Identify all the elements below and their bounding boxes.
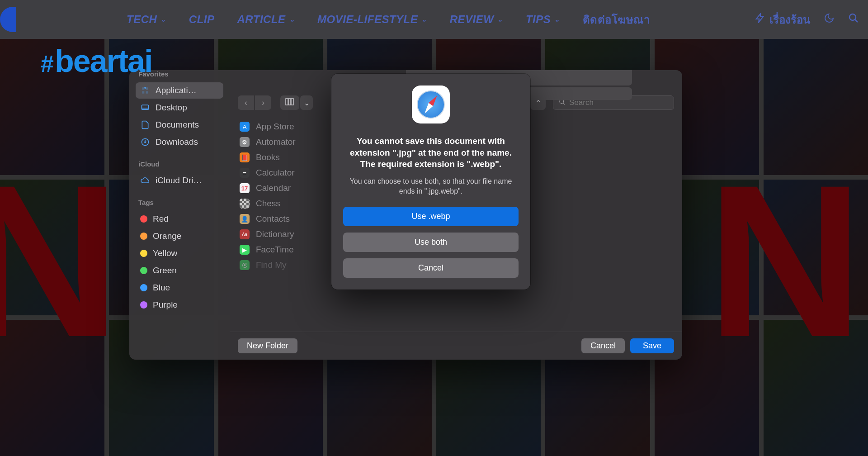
sidebar-tag-red[interactable]: Red (136, 211, 223, 227)
svg-line-9 (563, 103, 565, 104)
sidebar-tag-blue[interactable]: Blue (136, 280, 223, 296)
app-icon: ⚙ (240, 137, 250, 147)
file-label: App Store (256, 122, 294, 132)
watermark-text: beartai (55, 43, 152, 79)
doc-icon (140, 120, 150, 130)
chevron-left-icon: ‹ (245, 98, 247, 108)
nav-movie[interactable]: MOVIE-LIFESTYLE⌄ (317, 11, 427, 28)
app-icon: 👤 (240, 214, 250, 224)
sidebar-item-label: iCloud Dri… (156, 176, 202, 185)
nav-article[interactable]: ARTICLE⌄ (237, 11, 295, 28)
tag-dot-icon (140, 233, 147, 240)
app-icon: 17 (240, 183, 250, 193)
alert-title: You cannot save this document with exten… (343, 135, 519, 170)
sidebar-item-documents[interactable]: Documents (136, 117, 223, 133)
extension-alert: You cannot save this document with exten… (331, 74, 530, 290)
sidebar-tag-yellow[interactable]: Yellow (136, 245, 223, 261)
view-dropdown[interactable]: ⌄ (300, 95, 313, 110)
app-icon (240, 199, 250, 209)
download-icon (140, 137, 150, 147)
app-icon: ▶ (240, 245, 250, 255)
site-logo[interactable] (0, 7, 16, 32)
nav-label: เรื่องร้อน (769, 11, 810, 28)
new-folder-button[interactable]: New Folder (238, 338, 297, 353)
nav-label: REVIEW (450, 13, 494, 26)
nav-label: TECH (127, 13, 157, 26)
nav-review[interactable]: REVIEW⌄ (450, 11, 503, 28)
file-label: FaceTime (256, 245, 294, 255)
use-both-button[interactable]: Use both (343, 233, 519, 252)
sidebar-item-applications[interactable]: Applicati… (136, 82, 223, 99)
sidebar-item-label: Orange (153, 231, 181, 241)
sidebar-section-tags: Tags (136, 199, 223, 206)
netflix-n-right: N (707, 136, 845, 386)
app-icon: 📕 (240, 152, 250, 162)
forward-button[interactable]: › (255, 95, 271, 110)
sidebar-item-label: Purple (153, 300, 178, 310)
sidebar-item-label: Desktop (156, 103, 187, 113)
sidebar-tag-green[interactable]: Green (136, 262, 223, 279)
svg-rect-7 (291, 99, 293, 105)
tag-dot-icon (140, 250, 147, 257)
nav-hot[interactable]: เรื่องร้อน (755, 11, 810, 28)
sidebar-section-icloud: iCloud (136, 160, 223, 168)
sidebar-tag-purple[interactable]: Purple (136, 297, 223, 313)
save-button[interactable]: Save (630, 338, 674, 353)
sidebar-tag-orange[interactable]: Orange (136, 228, 223, 244)
desktop-icon (140, 103, 150, 113)
sidebar-item-label: Red (153, 214, 169, 224)
sidebar-item-label: Applicati… (156, 86, 197, 95)
nav-tips[interactable]: TIPS⌄ (526, 11, 560, 28)
cloud-icon (140, 176, 150, 185)
site-topnav: TECH⌄ CLIP ARTICLE⌄ MOVIE-LIFESTYLE⌄ REV… (0, 0, 868, 39)
apps-icon (140, 86, 150, 95)
watermark-hash: # (41, 50, 54, 77)
nav-label: MOVIE-LIFESTYLE (317, 13, 418, 26)
file-label: Books (256, 152, 280, 162)
chevron-down-icon: ⌄ (160, 16, 166, 23)
nav-label: TIPS (526, 13, 551, 26)
cancel-button[interactable]: Cancel (581, 338, 625, 353)
svg-rect-6 (288, 99, 291, 105)
chevron-down-icon: ⌄ (554, 16, 560, 23)
finder-sidebar: Favorites Applicati… Desktop Documents D… (129, 70, 230, 360)
alert-cancel-button[interactable]: Cancel (343, 258, 519, 278)
use-webp-button[interactable]: Use .webp (343, 207, 519, 226)
chevron-down-icon: ⌄ (421, 16, 427, 23)
nav-buttons: ‹ › (238, 95, 271, 110)
svg-point-0 (849, 14, 856, 20)
chevron-right-icon: › (262, 98, 264, 108)
nav-items: TECH⌄ CLIP ARTICLE⌄ MOVIE-LIFESTYLE⌄ REV… (127, 11, 650, 28)
file-label: Chess (256, 199, 280, 209)
chevron-down-icon: ⌄ (289, 16, 295, 23)
sidebar-item-label: Documents (156, 120, 199, 130)
sidebar-item-downloads[interactable]: Downloads (136, 134, 223, 150)
app-icon: ⦿ (240, 260, 250, 270)
file-label: Dictionary (256, 229, 294, 239)
tag-dot-icon (140, 215, 147, 223)
file-label: Contacts (256, 214, 290, 224)
watermark: # beartai (41, 43, 152, 79)
file-label: Calculator (256, 168, 295, 178)
dialog-bottom-bar: New Folder Cancel Save (230, 332, 682, 360)
tag-dot-icon (140, 301, 147, 309)
sidebar-item-label: Blue (153, 283, 170, 293)
svg-line-1 (855, 19, 858, 22)
dark-mode-icon[interactable] (824, 13, 835, 27)
sidebar-item-icloud[interactable]: iCloud Dri… (136, 172, 223, 189)
nav-contact[interactable]: ติดต่อโฆษณา (583, 11, 650, 28)
nav-tech[interactable]: TECH⌄ (127, 11, 166, 28)
flash-icon (755, 13, 765, 26)
columns-view-button[interactable] (280, 95, 299, 110)
sidebar-item-label: Downloads (156, 137, 198, 147)
columns-icon (285, 98, 294, 107)
view-segment: ⌄ (280, 95, 313, 110)
search-icon[interactable] (848, 13, 859, 27)
app-icon: = (240, 168, 250, 178)
file-label: Find My (256, 260, 287, 270)
sidebar-item-desktop[interactable]: Desktop (136, 100, 223, 116)
nav-clip[interactable]: CLIP (189, 11, 215, 28)
back-button[interactable]: ‹ (238, 95, 254, 110)
tag-dot-icon (140, 284, 147, 291)
app-icon: Aa (240, 229, 250, 239)
